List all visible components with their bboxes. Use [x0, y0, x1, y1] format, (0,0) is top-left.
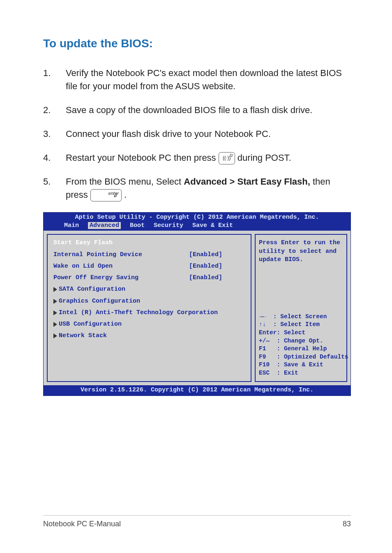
bios-screenshot: Aptio Setup Utility - Copyright (C) 2012…: [43, 212, 351, 396]
step-5: 5. From the BIOS menu, Select Advanced >…: [43, 175, 351, 201]
step-text: Save a copy of the downloaded BIOS file …: [66, 104, 351, 117]
bios-item-label: Graphics Configuration: [59, 297, 140, 305]
triangle-right-icon: [53, 310, 57, 315]
footer-title: Notebook PC E-Manual: [43, 520, 121, 528]
bios-tab-advanced[interactable]: Advanced: [88, 222, 121, 229]
bios-tab-security[interactable]: Security: [154, 222, 183, 229]
bios-help-text: Press Enter to run the utility to select…: [259, 239, 343, 264]
legend-select: Enter: Select: [259, 329, 343, 337]
step-text-pre: Restart your Notebook PC then press: [66, 153, 219, 163]
triangle-right-icon: [53, 287, 57, 292]
step-text-pre: From the BIOS menu, Select: [66, 176, 184, 187]
step-number: 2.: [43, 104, 66, 117]
step-text: Verify the Notebook PC's exact model the…: [66, 67, 351, 93]
legend-select-screen: →← : Select Screen: [259, 313, 343, 321]
bios-submenu-usb[interactable]: USB Configuration: [53, 320, 245, 329]
enter-key-icon: enter ↲: [90, 189, 122, 201]
bios-item-value: [Enabled]: [189, 251, 222, 259]
step-2: 2. Save a copy of the downloaded BIOS fi…: [43, 104, 351, 117]
bios-submenu-network-stack[interactable]: Network Stack: [53, 332, 245, 340]
bios-item-internal-pointing-device[interactable]: Internal Pointing Device [Enabled]: [53, 251, 245, 259]
return-arrow-icon: ↲: [113, 191, 118, 199]
f2-key-icon: ((·)) f2: [219, 152, 235, 164]
bios-item-wake-on-lid-open[interactable]: Wake on Lid Open [Enabled]: [53, 262, 245, 271]
legend-change-opt: +/— : Change Opt.: [259, 337, 343, 345]
bios-item-label: USB Configuration: [59, 320, 122, 329]
bios-tab-boot[interactable]: Boot: [130, 222, 145, 229]
bios-tab-save-exit[interactable]: Save & Exit: [192, 222, 233, 229]
page-number: 83: [343, 520, 351, 528]
legend-exit: ESC : Exit: [259, 369, 343, 377]
triangle-right-icon: [53, 322, 57, 327]
legend-select-item: ↑↓ : Select Item: [259, 321, 343, 329]
step-text-post: during POST.: [238, 153, 291, 163]
bios-item-power-off-energy-saving[interactable]: Power Off Energy Saving [Enabled]: [53, 274, 245, 282]
bios-item-label: Start Easy Flash: [53, 239, 189, 247]
bios-item-start-easy-flash[interactable]: Start Easy Flash: [53, 239, 245, 247]
legend-save-exit: F10 : Save & Exit: [259, 361, 343, 369]
bios-item-label: Power Off Energy Saving: [53, 274, 189, 282]
step-number: 3.: [43, 127, 66, 141]
bios-item-label: Intel (R) Anti-Theft Technology Corporat…: [59, 309, 218, 317]
step-3: 3. Connect your flash disk drive to your…: [43, 127, 351, 141]
bios-tab-bar: MainAdvancedBootSecuritySave & Exit: [44, 222, 350, 231]
instruction-list: 1. Verify the Notebook PC's exact model …: [43, 67, 351, 201]
step-text: Restart your Notebook PC then press ((·)…: [66, 151, 351, 164]
legend-optimized-defaults: F9 : Optimized Defaults: [259, 353, 343, 361]
bios-item-label: SATA Configuration: [59, 285, 125, 294]
bios-item-value: [Enabled]: [189, 262, 222, 271]
step-text-post: .: [124, 190, 127, 200]
f2-superscript: f2: [230, 153, 233, 158]
bios-item-value: [Enabled]: [189, 274, 222, 282]
bios-footer: Version 2.15.1226. Copyright (C) 2012 Am…: [44, 385, 350, 395]
step-text: From the BIOS menu, Select Advanced > St…: [66, 175, 351, 201]
triangle-right-icon: [53, 333, 57, 338]
section-heading: To update the BIOS:: [43, 37, 351, 50]
step-4: 4. Restart your Notebook PC then press (…: [43, 151, 351, 164]
bios-submenu-sata[interactable]: SATA Configuration: [53, 285, 245, 294]
bios-item-label: Network Stack: [59, 332, 107, 340]
step-1: 1. Verify the Notebook PC's exact model …: [43, 67, 351, 93]
step-text-bold: Advanced > Start Easy Flash,: [184, 176, 310, 187]
bios-help-pane: Press Enter to run the utility to select…: [255, 234, 347, 382]
step-number: 4.: [43, 151, 66, 164]
bios-item-label: Wake on Lid Open: [53, 262, 189, 271]
bios-submenu-graphics[interactable]: Graphics Configuration: [53, 297, 245, 305]
bios-submenu-intel-anti-theft[interactable]: Intel (R) Anti-Theft Technology Corporat…: [53, 309, 245, 317]
step-text: Connect your flash disk drive to your No…: [66, 127, 351, 141]
bios-body: Start Easy Flash Internal Pointing Devic…: [44, 231, 350, 385]
legend-general-help: F1 : General Help: [259, 345, 343, 353]
bios-title: Aptio Setup Utility - Copyright (C) 2012…: [44, 213, 350, 222]
bios-key-legend: →← : Select Screen ↑↓ : Select Item Ente…: [259, 313, 343, 377]
page-footer: Notebook PC E-Manual 83: [43, 515, 351, 528]
bios-item-label: Internal Pointing Device: [53, 251, 189, 259]
step-number: 1.: [43, 67, 66, 80]
bios-tab-main[interactable]: Main: [64, 222, 79, 229]
triangle-right-icon: [53, 299, 57, 304]
bios-left-pane: Start Easy Flash Internal Pointing Devic…: [47, 234, 251, 382]
step-number: 5.: [43, 175, 66, 188]
